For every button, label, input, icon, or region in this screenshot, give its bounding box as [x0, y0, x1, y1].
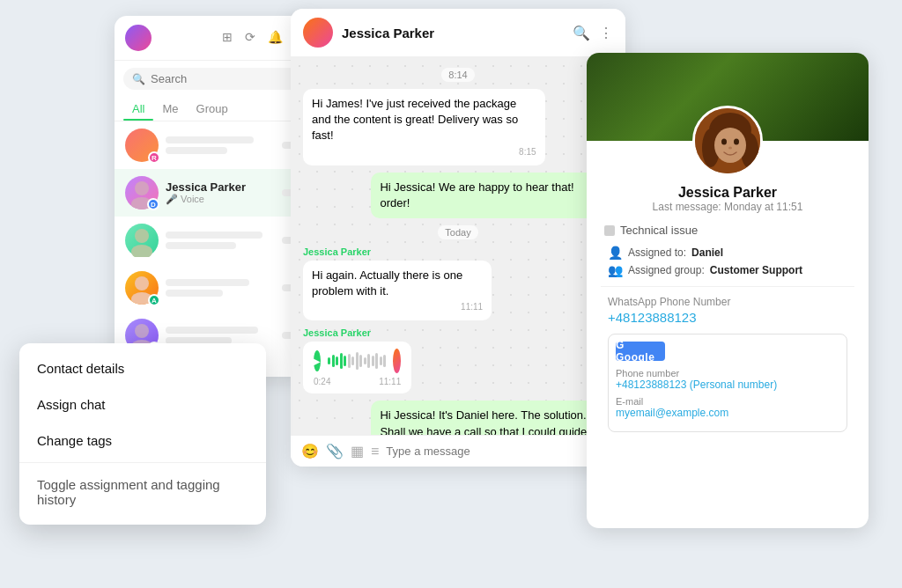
profile-photo — [692, 106, 763, 176]
assigned-to-label: Assigned to: — [628, 246, 686, 259]
search-icon: 🔍 — [132, 73, 145, 85]
menu-divider — [19, 462, 266, 463]
msg-sender: Jessica Parker — [303, 246, 545, 257]
waveform-bar — [348, 354, 351, 368]
status-badge: D — [147, 198, 159, 210]
compose-icon[interactable]: ⊞ — [222, 30, 238, 46]
assigned-to-row: 👤 Assigned to: Daniel — [608, 246, 847, 260]
contact-panel: Jessica Parker Last message: Monday at 1… — [587, 53, 869, 528]
waveform-bar — [356, 352, 359, 370]
menu-item-change-tags[interactable]: Change tags — [19, 423, 266, 459]
svg-point-12 — [714, 128, 746, 163]
sidebar-header: ⊞ ⟳ 🔔 ⋮ — [115, 16, 317, 61]
bell-icon[interactable]: 🔔 — [268, 30, 284, 46]
tab-me[interactable]: Me — [153, 97, 187, 121]
waveform-bar — [364, 357, 366, 364]
google-section: G Google Phone number +48123888123 (Pers… — [608, 334, 847, 432]
contact-info — [166, 232, 275, 249]
search-input[interactable] — [151, 72, 299, 85]
search-icon[interactable]: 🔍 — [573, 25, 590, 41]
attach-icon[interactable]: 📎 — [326, 443, 344, 459]
msg-bubble-incoming: Hi again. Actually there is one problem … — [303, 261, 492, 320]
voice-time: 11:11 — [379, 377, 401, 386]
tag-row: Technical issue — [601, 224, 854, 237]
waveform-bar — [340, 353, 343, 369]
email-field-value[interactable]: myemail@example.com — [616, 407, 839, 419]
message-input[interactable] — [386, 445, 615, 458]
tabs-row: All Me Group — [115, 97, 317, 121]
list-item[interactable]: R — [115, 121, 317, 169]
svg-point-14 — [734, 139, 739, 145]
sidebar: ⊞ ⟳ 🔔 ⋮ 🔍 All Me Group R — [115, 16, 317, 377]
contact-name-placeholder — [166, 279, 249, 286]
google-logo-text: G Google — [616, 339, 665, 364]
time-label-today: Today — [438, 225, 477, 239]
assigned-to-value: Daniel — [691, 246, 723, 259]
contact-panel-body: Jessica Parker Last message: Monday at 1… — [587, 141, 869, 446]
waveform — [328, 350, 386, 371]
chat-header-icons: 🔍 ⋮ — [573, 25, 613, 41]
contact-panel-last-message: Last message: Monday at 11:51 — [601, 201, 854, 213]
tab-group[interactable]: Group — [188, 97, 237, 121]
contact-list: R D Jessica Parker 🎤 Voice — [115, 121, 317, 359]
context-menu: Contact details Assign chat Change tags … — [19, 343, 266, 525]
menu-item-assign-chat[interactable]: Assign chat — [19, 386, 266, 423]
contact-name-placeholder — [166, 232, 262, 239]
list-item[interactable]: A — [115, 264, 317, 312]
email-field: E-mail myemail@example.com — [616, 396, 839, 419]
voice-controls: ▶ — [314, 349, 401, 373]
svg-point-4 — [135, 276, 149, 290]
contact-preview-placeholder — [166, 242, 236, 249]
waveform-bar — [336, 356, 338, 365]
play-button[interactable]: ▶ — [314, 350, 321, 371]
google-header: G Google — [616, 342, 839, 361]
waveform-bar — [344, 356, 346, 366]
avatar: D — [125, 176, 159, 209]
whatsapp-section: WhatsApp Phone Number +48123888123 — [601, 296, 854, 325]
tag-dot — [604, 225, 615, 236]
chat-messages: 8:14 Hi James! I've just received the pa… — [291, 57, 625, 435]
assigned-group-value: Customer Support — [710, 264, 802, 276]
voice-meta: 0:24 11:11 — [314, 377, 401, 386]
tab-all[interactable]: All — [123, 97, 153, 121]
list-item[interactable]: D Jessica Parker 🎤 Voice — [115, 169, 317, 217]
whatsapp-number[interactable]: +48123888123 — [608, 310, 847, 325]
waveform-bar — [359, 355, 362, 367]
contact-name-placeholder — [166, 327, 258, 334]
msg-bubble-incoming: Hi James! I've just received the package… — [303, 89, 545, 165]
svg-point-2 — [135, 229, 149, 243]
search-bar[interactable]: 🔍 — [123, 68, 308, 90]
divider — [601, 286, 854, 287]
msg-text: Hi again. Actually there is one problem … — [312, 268, 462, 298]
voice-duration: 0:24 — [314, 377, 330, 386]
svg-point-6 — [135, 324, 149, 338]
more-icon[interactable]: ⋮ — [599, 25, 613, 41]
avatar — [125, 224, 159, 257]
contact-name-placeholder — [166, 136, 254, 143]
contact-info — [166, 279, 275, 297]
msg-bubble-outgoing: Hi Jessica! We are happy to hear that! o… — [371, 173, 613, 218]
menu-item-contact-details[interactable]: Contact details — [19, 350, 266, 386]
phone-field-value[interactable]: +48123888123 (Personal number) — [616, 379, 839, 391]
chat-contact-avatar — [303, 18, 333, 48]
msg-text: Hi James! I've just received the package… — [312, 97, 518, 142]
refresh-icon[interactable]: ⟳ — [245, 30, 261, 46]
emoji-icon[interactable]: 😊 — [301, 443, 319, 459]
contact-panel-header — [587, 53, 869, 141]
menu-item-toggle-history[interactable]: Toggle assignment and tagging history — [19, 467, 266, 518]
voice-contact-avatar — [393, 349, 401, 373]
msg-text: Hi Jessica! We are happy to hear that! o… — [380, 180, 573, 209]
sidebar-user-avatar — [125, 25, 152, 51]
voice-bubble: ▶ — [303, 342, 411, 393]
waveform-bar — [367, 354, 370, 368]
list-item[interactable] — [115, 217, 317, 264]
assigned-group-label: Assigned group: — [628, 264, 705, 276]
contact-info: Jessica Parker 🎤 Voice — [166, 180, 275, 205]
chat-contact-name: Jessica Parker — [342, 26, 564, 40]
contact-info — [166, 327, 275, 344]
menu-icon[interactable]: ≡ — [371, 444, 379, 459]
waveform-bar — [332, 355, 335, 367]
status-badge: A — [148, 294, 160, 306]
template-icon[interactable]: ▦ — [351, 443, 364, 459]
chat-input-bar: 😊 📎 ▦ ≡ — [291, 435, 625, 467]
